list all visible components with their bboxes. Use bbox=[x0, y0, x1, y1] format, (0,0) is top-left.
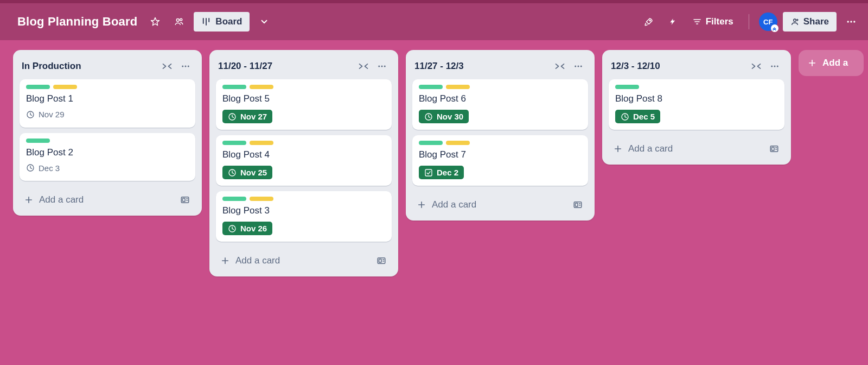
add-card-button[interactable]: Add a card bbox=[611, 141, 761, 156]
view-switcher-label: Board bbox=[215, 16, 242, 27]
card[interactable]: Blog Post 5 Nov 27 bbox=[216, 79, 392, 130]
list-header: 11/27 - 12/3 bbox=[410, 55, 590, 79]
card[interactable]: Blog Post 2 Dec 3 bbox=[20, 133, 195, 181]
due-date-badge[interactable]: Nov 29 bbox=[26, 110, 65, 119]
card-label-green[interactable] bbox=[222, 85, 246, 89]
due-date-badge[interactable]: Dec 5 bbox=[615, 110, 660, 123]
card-label-yellow[interactable] bbox=[250, 141, 273, 145]
card-title: Blog Post 1 bbox=[26, 93, 189, 104]
card-label-yellow[interactable] bbox=[250, 85, 273, 89]
clock-icon bbox=[26, 163, 35, 172]
card-labels bbox=[222, 197, 385, 201]
list: In Production Blog Post 1 Nov 29 Blog Po… bbox=[13, 50, 202, 216]
card-template-button[interactable] bbox=[373, 253, 390, 269]
collapse-list-icon[interactable] bbox=[159, 59, 175, 74]
clock-icon bbox=[228, 112, 237, 121]
card[interactable]: Blog Post 8 Dec 5 bbox=[609, 79, 784, 130]
list-title[interactable]: In Production bbox=[22, 61, 156, 72]
add-card-button[interactable]: Add a card bbox=[414, 197, 564, 212]
list: 12/3 - 12/10 Blog Post 8 Dec 5 Add a car… bbox=[602, 50, 791, 165]
list: 11/20 - 11/27 Blog Post 5 Nov 27 Blog Po… bbox=[209, 50, 398, 276]
board-menu-button[interactable] bbox=[842, 12, 860, 31]
card[interactable]: Blog Post 3 Nov 26 bbox=[216, 191, 392, 242]
rocket-icon[interactable] bbox=[640, 12, 658, 31]
card[interactable]: Blog Post 4 Nov 25 bbox=[216, 135, 392, 186]
card-labels bbox=[222, 141, 385, 145]
due-date-badge[interactable]: Dec 3 bbox=[26, 163, 60, 173]
card-template-button[interactable] bbox=[766, 141, 782, 157]
svg-point-51 bbox=[777, 66, 778, 67]
card-label-green[interactable] bbox=[222, 197, 246, 201]
card-template-button[interactable] bbox=[177, 192, 193, 208]
due-date-badge[interactable]: Dec 2 bbox=[419, 166, 464, 179]
view-switcher-chevron[interactable] bbox=[255, 12, 273, 31]
due-date-text: Nov 30 bbox=[437, 112, 463, 121]
due-date-text: Nov 25 bbox=[240, 168, 267, 177]
add-card-button[interactable]: Add a card bbox=[22, 192, 171, 207]
due-date-badge[interactable]: Nov 25 bbox=[222, 166, 272, 179]
card-label-yellow[interactable] bbox=[446, 85, 470, 89]
due-date-badge[interactable]: Nov 30 bbox=[419, 110, 469, 123]
plus-icon bbox=[613, 144, 623, 154]
automation-icon[interactable] bbox=[663, 12, 682, 31]
card-label-green[interactable] bbox=[222, 141, 246, 145]
card[interactable]: Blog Post 6 Nov 30 bbox=[412, 79, 588, 130]
board-title[interactable]: Blog Planning Board bbox=[17, 15, 137, 29]
collapse-list-icon[interactable] bbox=[356, 59, 371, 74]
card-label-yellow[interactable] bbox=[250, 197, 273, 201]
due-date-badge[interactable]: Nov 27 bbox=[222, 110, 272, 123]
list-title[interactable]: 11/20 - 11/27 bbox=[218, 61, 353, 72]
board-view-icon bbox=[201, 17, 211, 27]
clock-icon bbox=[424, 112, 433, 121]
card-label-yellow[interactable] bbox=[446, 141, 470, 145]
card[interactable]: Blog Post 1 Nov 29 bbox=[20, 79, 195, 128]
workspace-visibility-icon[interactable] bbox=[170, 12, 188, 31]
list-menu-button[interactable] bbox=[767, 59, 782, 74]
card-label-green[interactable] bbox=[26, 85, 50, 89]
svg-point-27 bbox=[381, 66, 383, 67]
card-labels bbox=[26, 85, 189, 89]
plus-icon bbox=[24, 195, 34, 205]
collapse-list-icon[interactable] bbox=[552, 59, 567, 74]
filter-icon bbox=[693, 17, 701, 26]
list-footer: Add a card bbox=[607, 135, 787, 160]
header-separator bbox=[749, 14, 749, 29]
svg-point-9 bbox=[793, 19, 796, 22]
collapse-list-icon[interactable] bbox=[749, 59, 764, 74]
card-template-button[interactable] bbox=[570, 197, 586, 213]
list-title[interactable]: 12/3 - 12/10 bbox=[611, 61, 745, 72]
user-avatar[interactable]: CF bbox=[759, 12, 777, 31]
card-label-green[interactable] bbox=[26, 139, 50, 143]
list-footer: Add a card bbox=[17, 186, 197, 211]
svg-point-13 bbox=[850, 21, 852, 22]
view-switcher-button[interactable]: Board bbox=[194, 12, 250, 32]
card-title: Blog Post 3 bbox=[222, 205, 385, 216]
add-card-label: Add a card bbox=[432, 199, 476, 210]
plus-icon bbox=[807, 58, 817, 68]
add-card-button[interactable]: Add a card bbox=[218, 253, 368, 268]
list-title[interactable]: 11/27 - 12/3 bbox=[414, 61, 549, 72]
card[interactable]: Blog Post 7 Dec 2 bbox=[412, 135, 588, 186]
due-date-text: Nov 29 bbox=[39, 110, 65, 119]
share-button[interactable]: Share bbox=[783, 12, 837, 32]
svg-point-49 bbox=[771, 66, 773, 67]
card-label-green[interactable] bbox=[419, 85, 443, 89]
svg-point-38 bbox=[575, 66, 576, 67]
star-icon[interactable] bbox=[146, 12, 164, 31]
due-date-badge[interactable]: Nov 26 bbox=[222, 222, 272, 235]
card-label-green[interactable] bbox=[615, 85, 639, 89]
plus-icon bbox=[417, 200, 426, 210]
list-footer: Add a card bbox=[410, 191, 590, 216]
card-title: Blog Post 6 bbox=[419, 93, 582, 104]
card-title: Blog Post 2 bbox=[26, 147, 189, 158]
card-label-yellow[interactable] bbox=[53, 85, 77, 89]
share-label: Share bbox=[803, 16, 829, 27]
filters-button[interactable]: Filters bbox=[687, 13, 739, 30]
list-menu-button[interactable] bbox=[571, 59, 586, 74]
add-list-button[interactable]: Add a bbox=[799, 50, 864, 76]
list-menu-button[interactable] bbox=[374, 59, 390, 74]
card-label-green[interactable] bbox=[419, 141, 443, 145]
svg-point-50 bbox=[774, 66, 776, 67]
list-menu-button[interactable] bbox=[178, 59, 193, 74]
add-list-label: Add a bbox=[822, 58, 848, 68]
